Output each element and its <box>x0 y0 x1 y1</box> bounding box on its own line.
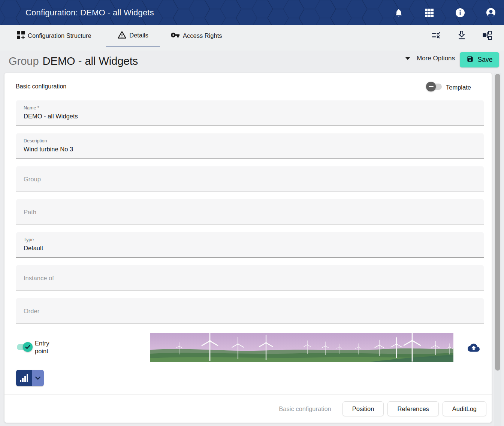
schema-icon[interactable] <box>482 30 492 40</box>
entry-point-toggle[interactable] <box>17 344 32 350</box>
name-field[interactable]: Name * DEMO - all Widgets <box>16 100 484 126</box>
field-placeholder: Path <box>24 199 484 225</box>
caret-down-icon <box>405 57 410 60</box>
tab-label: Details <box>129 32 148 39</box>
auditlog-button[interactable]: AuditLog <box>443 401 486 416</box>
tab-access-rights[interactable]: Access Rights <box>170 25 222 46</box>
field-label: Description <box>24 133 484 143</box>
template-toggle-thumb <box>426 82 436 91</box>
tab-bar: Configuration Structure Details Access R… <box>0 25 504 51</box>
field-value: Default <box>24 242 484 252</box>
page-title-name: DEMO - all Widgets <box>43 55 138 67</box>
entry-point-label: Entry point <box>35 339 54 355</box>
template-toggle[interactable] <box>427 84 442 90</box>
warning-triangle-icon <box>118 31 126 40</box>
download-icon[interactable] <box>457 30 467 40</box>
upload-image-button[interactable] <box>468 342 480 354</box>
field-label: Name * <box>24 100 484 111</box>
info-icon[interactable] <box>455 8 465 18</box>
more-options-button[interactable]: More Options <box>405 55 455 62</box>
window-title: Configuration: DEMO - all Widgets <box>25 8 154 18</box>
template-toggle-track <box>427 84 442 90</box>
page-title-prefix: Group <box>9 55 39 67</box>
group-field[interactable]: Group <box>16 166 484 192</box>
key-icon <box>170 30 180 41</box>
account-icon[interactable] <box>486 8 496 18</box>
cloud-upload-icon <box>468 342 480 354</box>
references-button[interactable]: References <box>387 401 438 416</box>
field-value: DEMO - all Widgets <box>24 111 484 120</box>
app-header: Configuration: DEMO - all Widgets <box>0 0 504 25</box>
entry-point-toggle-track <box>17 344 32 350</box>
path-field[interactable]: Path <box>16 199 484 225</box>
minus-icon <box>429 86 434 87</box>
save-floppy-icon <box>467 55 474 64</box>
scrollbar-thumb[interactable] <box>495 74 500 371</box>
scrollbar-track[interactable] <box>494 73 501 426</box>
field-value: Wind turbine No 3 <box>24 143 484 153</box>
chevron-down-icon[interactable] <box>32 370 44 386</box>
field-placeholder: Instance of <box>24 265 484 291</box>
instance-of-field[interactable]: Instance of <box>16 265 484 291</box>
template-toggle-label: Template <box>446 84 471 91</box>
widget-type-split-button[interactable] <box>16 370 44 386</box>
rule-checklist-icon[interactable] <box>431 30 441 40</box>
field-placeholder: Order <box>24 298 484 324</box>
section-title: Basic configuration <box>16 83 66 90</box>
position-button[interactable]: Position <box>342 401 384 416</box>
more-options-label: More Options <box>417 55 455 62</box>
save-label: Save <box>478 56 493 64</box>
tab-configuration-structure[interactable]: Configuration Structure <box>17 25 91 46</box>
bar-chart-icon[interactable] <box>16 370 32 386</box>
field-label: Type <box>24 232 484 242</box>
tab-details[interactable]: Details <box>106 25 160 46</box>
footer-current-section: Basic configuration <box>279 405 331 413</box>
check-icon <box>24 344 31 350</box>
type-field[interactable]: Type Default <box>16 232 484 258</box>
apps-grid-icon[interactable] <box>425 8 434 18</box>
details-panel: Basic configuration Template Name * DEMO… <box>4 73 492 423</box>
order-field[interactable]: Order <box>16 298 484 324</box>
field-placeholder: Group <box>24 166 484 192</box>
notifications-icon[interactable] <box>394 8 404 18</box>
wind-farm-image <box>150 333 453 362</box>
section-nav-footer: Basic configuration Position References … <box>4 395 492 423</box>
page-title: GroupDEMO - all Widgets <box>9 55 138 67</box>
tab-label: Configuration Structure <box>28 32 91 39</box>
entry-point-toggle-thumb <box>23 342 33 352</box>
dashboard-customize-icon <box>17 31 25 40</box>
save-button[interactable]: Save <box>460 52 499 67</box>
tab-label: Access Rights <box>183 32 222 39</box>
description-field[interactable]: Description Wind turbine No 3 <box>16 133 484 159</box>
